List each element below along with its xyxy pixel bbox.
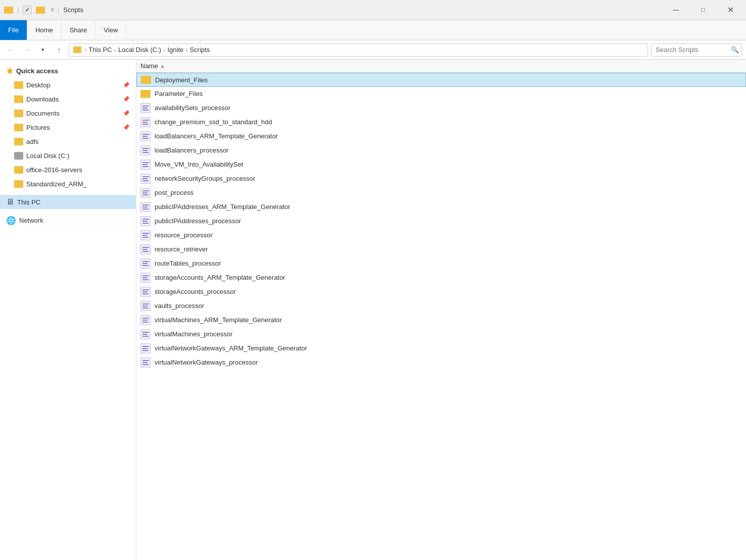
sidebar-label-desktop: Desktop xyxy=(26,81,120,89)
tab-share[interactable]: Share xyxy=(62,20,96,40)
sidebar-item-adfs[interactable]: adfs xyxy=(0,134,136,148)
sidebar-item-network[interactable]: 🌐 Network xyxy=(0,213,136,227)
close-btn[interactable]: ✕ xyxy=(719,2,742,18)
quick-access-btn[interactable]: ✓ xyxy=(23,6,32,15)
file-item[interactable]: Parameter_Files xyxy=(136,87,746,101)
sidebar-item-thispc[interactable]: 🖥 This PC xyxy=(0,195,136,209)
breadcrumb-thispc[interactable]: This PC xyxy=(88,46,112,54)
minimize-btn[interactable]: ─ xyxy=(664,2,687,18)
back-button[interactable]: ← xyxy=(4,43,17,57)
breadcrumb-arrow: › xyxy=(84,46,86,54)
script-icon xyxy=(140,343,151,353)
folder-icon-std xyxy=(14,180,23,188)
file-item-name: resource_retriever xyxy=(155,245,208,253)
file-item[interactable]: availabilitySets_processor xyxy=(136,101,746,115)
file-item[interactable]: storageAccounts_ARM_Template_Generator xyxy=(136,271,746,285)
pin-icon: 📌 xyxy=(123,82,130,88)
file-item-name: publicIPAddresses_ARM_Template_Generator xyxy=(155,203,290,211)
column-header-name: Name xyxy=(140,62,158,70)
file-list-header[interactable]: Name ▲ xyxy=(136,60,746,73)
script-icon xyxy=(140,174,151,184)
pin-icon-pics: 📌 xyxy=(123,124,130,131)
file-item[interactable]: change_premium_ssd_to_standard_hdd xyxy=(136,115,746,129)
file-item-name: post_process xyxy=(155,189,193,196)
sidebar-item-office[interactable]: office-2016-servers xyxy=(0,163,136,177)
sidebar-item-desktop[interactable]: Desktop 📌 xyxy=(0,78,136,92)
sidebar-label-documents: Documents xyxy=(26,110,120,117)
file-item-name: virtualMachines_ARM_Template_Generator xyxy=(155,316,282,324)
breadcrumb-localdisk[interactable]: Local Disk (C:) xyxy=(118,46,161,54)
title-divider2: ▼ | xyxy=(49,6,59,14)
script-icon xyxy=(140,358,151,368)
sidebar-item-quick-access[interactable]: ★ Quick access xyxy=(0,64,136,78)
sidebar-item-standardized[interactable]: Standardized_ARM_ xyxy=(0,177,136,191)
up-button[interactable]: ↑ xyxy=(53,43,66,57)
breadcrumb-sep1: › xyxy=(114,46,116,54)
sidebar-item-pictures[interactable]: Pictures 📌 xyxy=(0,120,136,134)
folder-icon-title2 xyxy=(36,7,45,14)
breadcrumb-sep2: › xyxy=(163,46,165,54)
file-item[interactable]: virtualMachines_processor xyxy=(136,327,746,341)
file-item-name: change_premium_ssd_to_standard_hdd xyxy=(155,118,272,126)
breadcrumb-icon xyxy=(73,46,81,53)
file-item[interactable]: Move_VM_Into_AvailabilitySet xyxy=(136,158,746,172)
file-item[interactable]: loadBalancers_ARM_Template_Generator xyxy=(136,129,746,143)
script-icon xyxy=(140,145,151,156)
file-item-name: loadBalancers_ARM_Template_Generator xyxy=(155,132,278,140)
file-item[interactable]: resource_retriever xyxy=(136,242,746,257)
sidebar-label-localdisk: Local Disk (C:) xyxy=(26,152,130,160)
sidebar-item-downloads[interactable]: ↓ Downloads 📌 xyxy=(0,92,136,106)
search-input[interactable] xyxy=(651,43,742,57)
script-icon xyxy=(140,273,151,283)
tab-file[interactable]: File xyxy=(0,20,27,40)
sidebar-quickaccess-label: Quick access xyxy=(16,67,130,75)
file-item-name: routeTables_processor xyxy=(155,260,221,267)
folder-icon-docs xyxy=(14,110,23,117)
script-icon xyxy=(140,131,151,141)
breadcrumb[interactable]: › This PC › Local Disk (C:) › Ignite › S… xyxy=(69,43,648,57)
file-item[interactable]: vaults_processor xyxy=(136,299,746,313)
file-item[interactable]: storageAccounts_processor xyxy=(136,285,746,299)
sidebar-label-standardized: Standardized_ARM_ xyxy=(26,180,130,188)
downloads-folder-icon: ↓ xyxy=(14,95,23,103)
script-icon xyxy=(140,230,151,240)
script-icon xyxy=(140,329,151,339)
title-divider: | xyxy=(17,6,19,14)
file-item-name: publicIPAddresses_processor xyxy=(155,217,241,225)
script-icon xyxy=(140,216,151,226)
file-item-name: virtualMachines_processor xyxy=(155,330,233,338)
recent-locations-button[interactable]: ▾ xyxy=(36,43,49,57)
file-item[interactable]: Deployment_Files xyxy=(136,73,746,87)
file-item[interactable]: networkSecurityGroups_processor xyxy=(136,172,746,186)
sidebar-label-office: office-2016-servers xyxy=(26,166,130,174)
file-item-name: availabilitySets_processor xyxy=(155,104,230,112)
sidebar-item-documents[interactable]: Documents 📌 xyxy=(0,106,136,120)
breadcrumb-scripts[interactable]: Scripts xyxy=(190,46,210,54)
file-item[interactable]: publicIPAddresses_ARM_Template_Generator xyxy=(136,200,746,214)
network-icon: 🌐 xyxy=(6,216,16,225)
file-item[interactable]: routeTables_processor xyxy=(136,257,746,271)
file-item[interactable]: virtualMachines_ARM_Template_Generator xyxy=(136,313,746,327)
script-icon xyxy=(140,301,151,311)
main-area: ★ Quick access Desktop 📌 ↓ Downloads 📌 D… xyxy=(0,60,746,560)
tab-view[interactable]: View xyxy=(95,20,126,40)
breadcrumb-sep3: › xyxy=(185,46,187,54)
tab-home[interactable]: Home xyxy=(27,20,62,40)
file-item[interactable]: loadBalancers_processor xyxy=(136,143,746,158)
search-icon: 🔍 xyxy=(731,46,739,54)
file-item[interactable]: resource_processor xyxy=(136,228,746,242)
file-item-name: vaults_processor xyxy=(155,302,204,310)
breadcrumb-ignite[interactable]: Ignite xyxy=(168,46,184,54)
title-bar: | ✓ ▼ | Scripts ─ □ ✕ xyxy=(0,0,746,20)
forward-button[interactable]: → xyxy=(20,43,33,57)
file-item[interactable]: post_process xyxy=(136,186,746,200)
address-bar: ← → ▾ ↑ › This PC › Local Disk (C:) › Ig… xyxy=(0,40,746,60)
file-item[interactable]: publicIPAddresses_processor xyxy=(136,214,746,228)
maximize-btn[interactable]: □ xyxy=(691,2,715,18)
sidebar-item-localdisk[interactable]: Local Disk (C:) xyxy=(0,148,136,163)
star-icon: ★ xyxy=(6,66,13,76)
file-item[interactable]: virtualNetworkGateways_ARM_Template_Gene… xyxy=(136,341,746,355)
file-item[interactable]: virtualNetworkGateways_processor xyxy=(136,355,746,370)
sort-arrow: ▲ xyxy=(160,63,165,69)
folder-icon-adfs xyxy=(14,138,23,145)
